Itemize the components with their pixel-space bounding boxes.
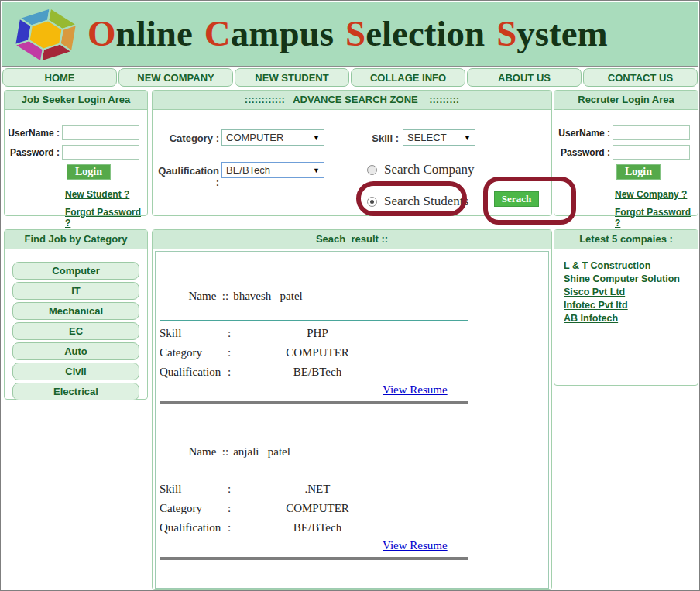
company-link-infotec[interactable]: Infotec Pvt ltd <box>564 300 698 311</box>
recruiter-username-input[interactable] <box>612 125 690 140</box>
nav-item-collage-info[interactable]: COLLAGE INFO <box>351 68 465 87</box>
name-label: Name :: <box>189 290 229 302</box>
category-button-civil[interactable]: Civil <box>12 363 139 380</box>
nav-item-about-us[interactable]: ABOUT US <box>467 68 582 87</box>
search-button[interactable]: Serach <box>494 191 539 207</box>
search-students-option: Search Students <box>367 194 468 209</box>
category-button-mechanical[interactable]: Mechanical <box>12 302 139 320</box>
company-link-sisco[interactable]: Sisco Pvt Ltd <box>564 287 698 297</box>
main-nav: HOME NEW COMPANY NEW STUDENT COLLAGE INF… <box>2 68 698 87</box>
title-segment: ampus <box>231 13 334 53</box>
search-results-list: Name ::bhavesh patel Skill : PHP Categor… <box>155 251 549 589</box>
record-separator <box>160 557 468 560</box>
nav-item-contact-us[interactable]: CONTACT US <box>583 68 698 87</box>
new-student-link[interactable]: New Student ? <box>65 189 147 200</box>
colon: : <box>228 521 240 534</box>
dropdown-arrow-icon: ▼ <box>464 130 471 146</box>
category-value: COMPUTER <box>240 502 395 515</box>
qualification-value: BE/BTech <box>240 366 395 379</box>
category-button-ec[interactable]: EC <box>12 322 139 340</box>
logo-hexagon-icon <box>9 5 83 65</box>
category-select[interactable]: COMPUTER ▼ <box>221 129 324 146</box>
latest-companies-title: Letest 5 compaies : <box>554 230 698 249</box>
qualification-field-label: Qualification <box>160 366 228 379</box>
title-segment: election <box>365 13 485 53</box>
company-link-ab-infotech[interactable]: AB Infotech <box>564 313 698 324</box>
password-row: Password : <box>554 145 690 160</box>
category-button-electrical[interactable]: Electrical <box>12 383 139 400</box>
company-link-shine-computer[interactable]: Shine Computer Solution <box>564 273 698 284</box>
category-row: Category : COMPUTER <box>160 502 468 515</box>
username-label: UserName : <box>8 128 60 139</box>
view-resume-link[interactable]: View Resume <box>383 539 448 552</box>
qualification-select[interactable]: BE/BTech ▼ <box>221 162 324 178</box>
company-link-lt-construction[interactable]: L & T Construction <box>564 260 698 271</box>
job-seeker-login-title: Job Seeker Login Area <box>5 91 147 110</box>
skill-row: Skill : PHP <box>160 327 468 340</box>
search-company-radio[interactable] <box>367 165 377 175</box>
title-segment: O <box>88 13 116 53</box>
category-label: Category : <box>153 132 219 144</box>
colon: : <box>228 366 240 379</box>
nav-item-new-company[interactable]: NEW COMPANY <box>118 68 233 87</box>
recruiter-forgot-password-link[interactable]: Forgot Password ? <box>615 207 698 228</box>
job-seeker-password-input[interactable] <box>62 145 139 160</box>
title-segment: ystem <box>516 13 607 53</box>
recruiter-password-input[interactable] <box>612 145 690 160</box>
category-field-label: Category <box>160 346 228 359</box>
advance-search-title: :::::::::::: ADVANCE SEARCH ZONE :::::::… <box>153 91 551 110</box>
category-select-value: COMPUTER <box>226 132 283 143</box>
new-company-link[interactable]: New Company ? <box>615 189 698 200</box>
skill-label: Skill : <box>346 132 399 144</box>
category-button-auto[interactable]: Auto <box>12 342 139 360</box>
skill-select[interactable]: SELECT ▼ <box>403 129 475 146</box>
title-segment: C <box>204 13 231 53</box>
qualification-row: Qualification : BE/BTech <box>160 521 468 534</box>
skill-value: PHP <box>240 327 395 340</box>
password-label: Password : <box>10 147 60 158</box>
skill-value: .NET <box>240 483 395 496</box>
recruiter-login-panel: Recruter Login Area UserName : Password … <box>554 90 698 216</box>
colon: : <box>228 346 240 359</box>
job-seeker-forgot-password-link[interactable]: Forgot Password ? <box>65 207 147 228</box>
search-company-label: Search Company <box>384 162 475 177</box>
student-name: anjali patel <box>233 445 290 458</box>
qualification-row: Qualification : BE/BTech <box>160 366 468 379</box>
job-seeker-username-input[interactable] <box>62 125 139 140</box>
title-segment: S <box>345 13 365 53</box>
password-label: Password : <box>561 147 610 158</box>
nav-item-new-student[interactable]: NEW STUDENT <box>235 68 349 87</box>
record-separator <box>160 401 468 404</box>
recruiter-login-title: Recruter Login Area <box>554 91 698 110</box>
colon: : <box>228 483 240 496</box>
view-resume-link[interactable]: View Resume <box>383 383 448 397</box>
search-students-radio[interactable] <box>367 197 377 207</box>
recruiter-login-button[interactable]: Login <box>616 164 661 180</box>
username-label: UserName : <box>558 128 610 139</box>
username-row: UserName : <box>554 125 690 140</box>
page-title: OnlineCampusSelectionSystem <box>88 2 608 66</box>
dropdown-arrow-icon: ▼ <box>313 130 320 146</box>
title-segment: nline <box>116 13 193 53</box>
latest-companies-panel: Letest 5 compaies : L & T Construction S… <box>554 229 698 386</box>
password-row: Password : <box>5 145 139 160</box>
advance-search-body: Category : COMPUTER ▼ Skill : SELECT ▼ Q… <box>153 110 551 217</box>
name-label: Name :: <box>189 445 229 458</box>
category-button-computer[interactable]: Computer <box>12 262 139 280</box>
category-value: COMPUTER <box>240 346 395 359</box>
page: OnlineCampusSelectionSystem HOME NEW COM… <box>0 0 700 591</box>
find-job-title: Find Job by Category <box>5 230 147 249</box>
search-students-label: Search Students <box>384 194 468 209</box>
qualification-value: BE/BTech <box>240 521 395 534</box>
qualification-label: Qaulification : <box>153 165 219 188</box>
category-button-it[interactable]: IT <box>12 282 139 300</box>
qualification-select-value: BE/BTech <box>226 164 270 176</box>
nav-item-home[interactable]: HOME <box>2 68 117 87</box>
job-seeker-login-button[interactable]: Login <box>67 164 111 180</box>
student-record: Name ::bhavesh patel Skill : PHP Categor… <box>160 277 468 404</box>
skill-select-value: SELECT <box>407 132 447 143</box>
header: OnlineCampusSelectionSystem <box>2 2 698 67</box>
dropdown-arrow-icon: ▼ <box>313 163 320 179</box>
student-record: Name ::anjali patel Skill : .NET Categor… <box>160 432 468 560</box>
category-row: Category : COMPUTER <box>160 346 468 359</box>
